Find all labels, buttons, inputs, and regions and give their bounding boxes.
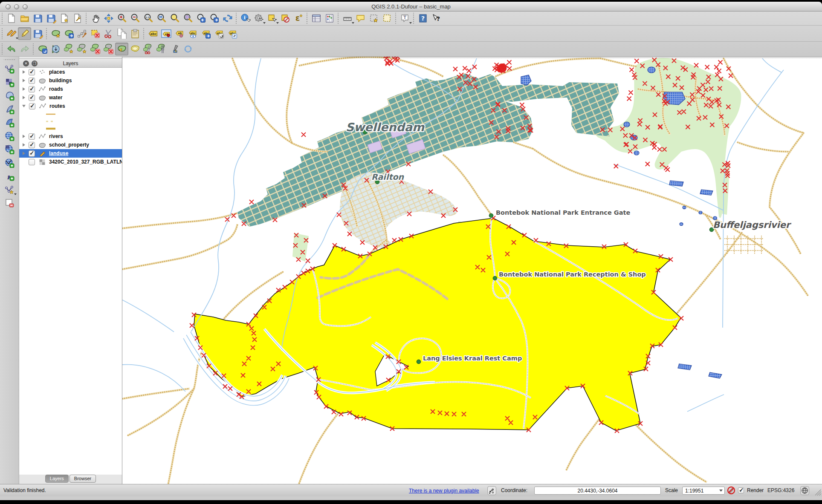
labeling-button[interactable]: abc bbox=[146, 27, 159, 40]
layer-item-school_property[interactable]: school_property bbox=[19, 141, 122, 149]
refresh-button[interactable] bbox=[221, 12, 234, 25]
show-bookmarks-button[interactable] bbox=[380, 12, 394, 25]
layers-panel-header[interactable]: ✕ ❐ Layers bbox=[19, 58, 122, 68]
layer-checkbox[interactable] bbox=[29, 142, 35, 148]
zoom-next-button[interactable] bbox=[208, 12, 221, 25]
move-feature-button[interactable] bbox=[62, 27, 75, 40]
toggle-editing-button[interactable] bbox=[18, 27, 31, 40]
new-shapefile-layer-button[interactable] bbox=[3, 183, 16, 196]
simplify-feature-button[interactable] bbox=[49, 43, 62, 55]
layer-checkbox[interactable] bbox=[29, 103, 35, 109]
layer-item-rivers[interactable]: rivers bbox=[19, 132, 122, 141]
save-project-button[interactable] bbox=[31, 12, 44, 25]
composer-manager-button[interactable] bbox=[71, 12, 84, 25]
text-annotation-button[interactable]: T bbox=[398, 12, 411, 25]
expand-arrow-icon[interactable] bbox=[23, 152, 25, 155]
layer-checkbox[interactable] bbox=[29, 69, 35, 75]
field-calculator-button[interactable] bbox=[323, 12, 336, 25]
scale-combo[interactable]: 1:19951 bbox=[682, 487, 725, 495]
add-feature-button[interactable] bbox=[49, 27, 62, 40]
zoom-last-button[interactable] bbox=[194, 12, 208, 25]
add-wcs-layer-button[interactable] bbox=[3, 143, 16, 156]
reshape-features-button[interactable] bbox=[115, 43, 128, 55]
node-tool-button[interactable] bbox=[75, 27, 89, 40]
delete-ring-button[interactable] bbox=[89, 43, 102, 55]
deselect-features-button[interactable] bbox=[278, 12, 292, 25]
measure-line-button[interactable]: ____ bbox=[341, 12, 354, 25]
zoom-full-button[interactable] bbox=[155, 12, 168, 25]
add-ring-button[interactable] bbox=[62, 43, 75, 55]
add-mssql-layer-button[interactable] bbox=[3, 116, 16, 129]
cut-features-button[interactable] bbox=[102, 27, 115, 40]
label-move-button[interactable]: abc bbox=[199, 27, 212, 40]
pan-map-button[interactable] bbox=[89, 12, 102, 25]
select-features-button[interactable] bbox=[265, 12, 278, 25]
resize-grip[interactable] bbox=[815, 490, 821, 495]
pan-to-selection-button[interactable] bbox=[102, 12, 115, 25]
expand-arrow-icon[interactable] bbox=[23, 79, 25, 82]
add-part-button[interactable] bbox=[75, 43, 89, 55]
split-parts-button[interactable] bbox=[155, 43, 168, 55]
panel-float-icon[interactable]: ❐ bbox=[32, 60, 38, 66]
label-pin-button[interactable]: ab bbox=[173, 27, 186, 40]
expand-arrow-icon[interactable] bbox=[22, 105, 26, 107]
help-button[interactable]: ? bbox=[416, 12, 429, 25]
add-delimited-text-layer-button[interactable]: , bbox=[3, 170, 16, 182]
add-vector-layer-button[interactable] bbox=[3, 62, 16, 75]
layer-checkbox[interactable] bbox=[29, 78, 35, 84]
tab-browser[interactable]: Browser bbox=[69, 475, 96, 483]
add-spatialite-layer-button[interactable] bbox=[3, 103, 16, 115]
open-project-button[interactable] bbox=[18, 12, 31, 25]
layer-checkbox[interactable] bbox=[29, 159, 35, 165]
layer-checkbox[interactable] bbox=[29, 150, 35, 157]
save-project-as-button[interactable] bbox=[44, 12, 58, 25]
add-wfs-layer-button[interactable] bbox=[3, 156, 16, 169]
zoom-out-button[interactable] bbox=[128, 12, 142, 25]
new-bookmark-button[interactable] bbox=[367, 12, 380, 25]
coordinate-input[interactable]: 20.4430,-34.0604 bbox=[534, 487, 661, 495]
new-composer-button[interactable] bbox=[58, 12, 71, 25]
label-rotate-button[interactable]: abc bbox=[212, 27, 226, 40]
map-tips-button[interactable] bbox=[354, 12, 367, 25]
zoom-to-selection-button[interactable] bbox=[168, 12, 181, 25]
panel-close-icon[interactable]: ✕ bbox=[23, 60, 29, 66]
rotate-point-symbols-button[interactable] bbox=[181, 43, 194, 55]
expand-arrow-icon[interactable] bbox=[23, 96, 25, 99]
add-wms-layer-button[interactable] bbox=[3, 130, 16, 142]
tab-layers[interactable]: Layers bbox=[45, 475, 69, 483]
layer-item-landuse[interactable]: landuse bbox=[19, 149, 122, 158]
zoom-actual-button[interactable]: 1:1 bbox=[142, 12, 155, 25]
save-layer-edits-button[interactable] bbox=[31, 27, 44, 40]
render-checkbox[interactable] bbox=[738, 487, 744, 493]
whats-this-button[interactable]: ? bbox=[429, 12, 443, 25]
select-by-expression-button[interactable]: ε bbox=[292, 12, 305, 25]
add-postgis-layer-button[interactable] bbox=[3, 89, 16, 102]
paste-features-button[interactable] bbox=[128, 27, 142, 40]
layer-item-roads[interactable]: roads bbox=[19, 85, 122, 93]
layer-item-places[interactable]: places bbox=[19, 68, 122, 76]
stop-render-icon[interactable] bbox=[727, 486, 735, 496]
copy-features-button[interactable] bbox=[115, 27, 128, 40]
remove-layer-button[interactable] bbox=[3, 196, 16, 209]
expand-arrow-icon[interactable] bbox=[23, 70, 25, 74]
layer-item-buildings[interactable]: buildings bbox=[19, 76, 122, 85]
plugin-available-link[interactable]: There is a new plugin available bbox=[409, 488, 479, 494]
plugin-icon[interactable] bbox=[487, 486, 496, 496]
expand-arrow-icon[interactable] bbox=[23, 87, 25, 91]
expand-arrow-icon[interactable] bbox=[23, 135, 25, 138]
title-bar[interactable]: QGIS 2.0.1-Dufour – basic_map bbox=[0, 2, 822, 12]
expand-arrow-icon[interactable] bbox=[23, 143, 25, 147]
crs-status-button[interactable] bbox=[800, 486, 809, 496]
redo-button[interactable] bbox=[18, 43, 31, 55]
layer-checkbox[interactable] bbox=[29, 133, 35, 140]
label-selected-button[interactable]: ab bbox=[159, 27, 173, 40]
layer-item-3420C_2010_327_RGB_LATLNG[interactable]: 3420C_2010_327_RGB_LATLNG bbox=[19, 158, 122, 166]
new-project-button[interactable] bbox=[5, 12, 18, 25]
attribute-table-button[interactable] bbox=[310, 12, 323, 25]
layer-item-routes[interactable]: routes bbox=[19, 102, 122, 110]
label-show-hide-button[interactable]: abc bbox=[186, 27, 199, 40]
label-properties-button[interactable]: abc bbox=[226, 27, 239, 40]
add-raster-layer-button[interactable] bbox=[3, 76, 16, 89]
identify-button[interactable]: i bbox=[239, 12, 252, 25]
layer-item-water[interactable]: water bbox=[19, 93, 122, 102]
